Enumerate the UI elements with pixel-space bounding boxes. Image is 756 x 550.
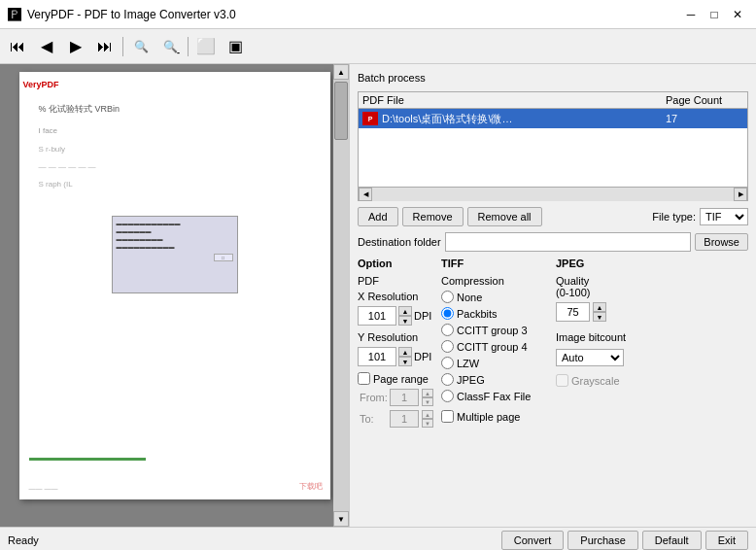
preview-watermark: VeryPDF <box>23 80 59 89</box>
preview-scroll[interactable]: VeryPDF % 化试验转式 VRBin I face S r-buly — … <box>0 64 349 527</box>
zoom-out-btn[interactable]: 🔍- <box>156 33 184 60</box>
right-panel: Batch process PDF File Page Count P D:\t… <box>350 64 756 527</box>
remove-all-button[interactable]: Remove all <box>467 207 542 226</box>
minimize-button[interactable]: ─ <box>680 4 702 25</box>
app-icon: 🅿 <box>8 7 21 22</box>
x-resolution-up[interactable]: ▲ <box>398 306 412 316</box>
title-bar: 🅿 VeryPDF - PDF to Image Converter v3.0 … <box>0 0 756 29</box>
zoom-in-btn[interactable]: 🔍 <box>127 33 155 60</box>
first-page-btn[interactable]: ⏮ <box>4 33 31 60</box>
file-table-row[interactable]: P D:\tools\桌面\格式转换\微… 17 <box>359 109 747 128</box>
x-dpi-label: DPI <box>414 310 431 322</box>
jpeg-compression-label: JPEG <box>457 374 485 386</box>
scroll-down-arrow[interactable]: ▼ <box>333 511 349 527</box>
ccitt3-radio[interactable] <box>441 324 454 336</box>
scroll-thumb[interactable] <box>334 82 348 140</box>
y-resolution-label: Y Resolution <box>358 331 433 343</box>
scroll-up-arrow[interactable]: ▲ <box>333 64 349 80</box>
tiff-label: TIFF <box>441 258 548 269</box>
logo-watermark: 下载吧 <box>299 481 323 492</box>
x-resolution-input[interactable] <box>358 306 396 326</box>
lzw-label: LZW <box>457 358 479 369</box>
ccitt3-radio-row: CCITT group 3 <box>441 324 548 336</box>
pdf-options-group: Option PDF X Resolution ▲ ▼ DPI Y Resolu… <box>358 258 433 519</box>
file-type-select[interactable]: TIF JPEG PNG BMP <box>700 208 748 225</box>
destination-label: Destination folder <box>358 236 441 248</box>
pdf-file-header: PDF File <box>362 94 666 106</box>
from-input[interactable] <box>390 389 419 406</box>
preview-page: VeryPDF % 化试验转式 VRBin I face S r-buly — … <box>19 72 330 499</box>
page-range-checkbox[interactable] <box>358 372 370 385</box>
file-table: PDF File Page Count P D:\tools\桌面\格式转换\微… <box>358 91 748 201</box>
last-page-btn[interactable]: ⏭ <box>91 33 119 60</box>
to-spinners: ▲ ▼ <box>422 410 433 428</box>
next-page-btn[interactable]: ▶ <box>62 33 89 60</box>
from-spinners: ▲ ▼ <box>422 389 433 406</box>
preview-scrollbar[interactable]: ▲ ▼ <box>333 64 349 527</box>
file-page-count: 17 <box>666 113 743 124</box>
prev-page-btn[interactable]: ◀ <box>33 33 60 60</box>
page-range-row: Page range <box>358 372 433 385</box>
none-radio-row: None <box>441 291 548 303</box>
compression-label: Compression <box>441 275 548 287</box>
table-scroll-right[interactable]: ▶ <box>734 188 747 201</box>
from-up[interactable]: ▲ <box>422 389 433 397</box>
browse-button[interactable]: Browse <box>695 233 748 251</box>
from-row: From: ▲ ▼ <box>360 389 433 406</box>
quality-row: ▲ ▼ <box>556 302 653 322</box>
packbits-radio[interactable] <box>441 307 454 320</box>
from-down[interactable]: ▼ <box>422 397 433 406</box>
grayscale-row: Grayscale <box>556 374 653 387</box>
maximize-button[interactable]: □ <box>704 4 725 25</box>
x-resolution-spinners: ▲ ▼ <box>398 306 412 326</box>
close-button[interactable]: ✕ <box>727 4 748 25</box>
quality-down[interactable]: ▼ <box>593 312 606 322</box>
jpeg-compression-radio[interactable] <box>441 373 454 386</box>
y-resolution-up[interactable]: ▲ <box>398 347 412 357</box>
y-resolution-down[interactable]: ▼ <box>398 357 412 366</box>
preview-bottom-text: —— —— <box>29 485 58 492</box>
to-row: To: ▲ ▼ <box>360 410 433 428</box>
table-scroll-bar[interactable]: ◀ ▶ <box>359 187 747 200</box>
actual-size-btn[interactable]: ▣ <box>222 33 249 60</box>
convert-button[interactable]: Convert <box>501 531 565 550</box>
grayscale-checkbox[interactable] <box>556 374 568 387</box>
y-resolution-input[interactable] <box>358 347 396 366</box>
bottom-buttons: Convert Purchase Default Exit <box>501 531 748 550</box>
destination-input[interactable] <box>445 232 692 252</box>
fit-page-btn[interactable]: ⬜ <box>192 33 220 60</box>
purchase-button[interactable]: Purchase <box>567 531 637 550</box>
file-name: D:\tools\桌面\格式转换\微… <box>382 112 666 126</box>
options-section: Option PDF X Resolution ▲ ▼ DPI Y Resolu… <box>358 258 748 519</box>
page-count-header: Page Count <box>666 94 743 106</box>
quality-spinners: ▲ ▼ <box>593 302 606 322</box>
file-table-header: PDF File Page Count <box>359 92 747 109</box>
ccitt4-radio[interactable] <box>441 340 454 353</box>
quality-input[interactable] <box>556 302 590 322</box>
quality-up[interactable]: ▲ <box>593 302 606 312</box>
jpeg-label: JPEG <box>556 258 653 269</box>
to-input[interactable] <box>390 410 419 428</box>
bitcount-select[interactable]: Auto 1 4 8 24 <box>556 349 624 366</box>
main-layout: VeryPDF % 化试验转式 VRBin I face S r-buly — … <box>0 64 756 527</box>
none-label: None <box>457 292 482 303</box>
to-up[interactable]: ▲ <box>422 410 433 419</box>
x-resolution-down[interactable]: ▼ <box>398 316 412 326</box>
multiple-page-checkbox[interactable] <box>441 410 454 423</box>
default-button[interactable]: Default <box>642 531 702 550</box>
to-label: To: <box>360 413 387 425</box>
remove-button[interactable]: Remove <box>402 207 464 226</box>
to-down[interactable]: ▼ <box>422 419 433 428</box>
file-type-label: File type: <box>652 211 696 223</box>
lzw-radio[interactable] <box>441 357 454 369</box>
none-radio[interactable] <box>441 291 454 303</box>
y-resolution-spinners: ▲ ▼ <box>398 347 412 366</box>
preview-thumbnail: ▬▬▬▬▬▬▬▬▬▬▬ ▬▬▬▬▬▬ ▬▬▬▬▬▬▬▬ ▬▬▬▬▬▬▬▬▬▬ □ <box>112 216 238 293</box>
tiff-options-group: TIFF Compression None Packbits CCITT gro… <box>441 258 548 519</box>
classf-radio-row: ClassF Fax File <box>441 390 548 402</box>
table-scroll-left[interactable]: ◀ <box>359 188 372 201</box>
title-bar-text: VeryPDF - PDF to Image Converter v3.0 <box>27 8 680 21</box>
classf-radio[interactable] <box>441 390 454 402</box>
add-button[interactable]: Add <box>358 207 398 226</box>
exit-button[interactable]: Exit <box>705 531 748 550</box>
